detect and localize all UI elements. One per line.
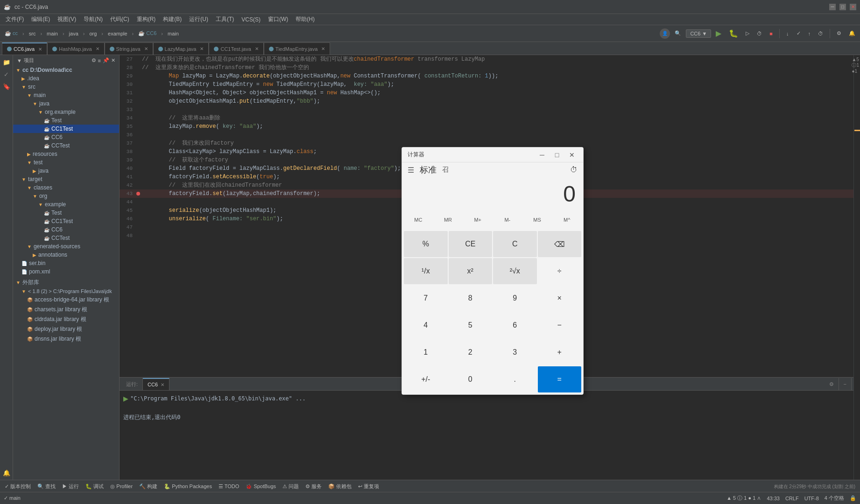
calc-5-btn[interactable]: 5 [449,312,493,338]
calc-square-btn[interactable]: x² [449,258,493,284]
tree-cctest[interactable]: ☕ CCTest [13,141,119,150]
tab-hashmap[interactable]: HashMap.java ✕ [47,42,104,55]
calc-maximize-btn[interactable]: □ [551,149,563,161]
bottom-panel-settings[interactable]: ⚙ [825,378,839,390]
tree-target[interactable]: ▼ target [13,175,119,183]
sidebar-close[interactable]: ✕ [111,57,115,63]
calc-history-icon[interactable]: ⏱ [570,166,578,174]
tree-cctest2[interactable]: ☕ CCTest [13,234,119,242]
tree-classes[interactable]: ▼ classes [13,183,119,192]
project-view-btn[interactable]: 📁 [1,57,12,67]
bt-version-control[interactable]: ✓ 版本控制 [2,482,34,491]
bottom-tab-cc6[interactable]: CC6 ✕ [143,378,169,390]
toolbar-search-icon[interactable]: 🔍 [672,29,684,37]
close-tab-tiedmapentry[interactable]: ✕ [321,46,325,51]
debug-btn[interactable]: 🐛 [726,28,741,39]
calc-percent-btn[interactable]: % [404,231,448,257]
bt-debug[interactable]: 🐛 调试 [83,482,106,491]
bt-find[interactable]: 🔍 查找 [35,482,58,491]
calc-mode2-label[interactable]: 召 [442,166,449,174]
menu-refactor[interactable]: 重构(R) [133,14,160,24]
status-indent[interactable]: 4 个空格 [825,495,844,502]
bt-services[interactable]: ⚙ 服务 [303,482,324,491]
calc-ms-btn[interactable]: MS [523,212,552,227]
tab-cc1test[interactable]: CC1Test.java ✕ [209,42,263,55]
calc-backspace-btn[interactable]: ⌫ [538,231,582,257]
tree-idea[interactable]: ▶ .idea [13,74,119,83]
status-crlf[interactable]: CRLF [785,496,799,501]
calc-mhat-btn[interactable]: M^ [552,212,581,227]
calc-3-btn[interactable]: 3 [493,339,537,365]
calc-c-btn[interactable]: C [493,231,537,257]
tree-gen-sources[interactable]: ▼ generated-sources [13,242,119,251]
bt-dependencies[interactable]: 📦 依赖包 [325,482,354,491]
status-encoding[interactable]: UTF-8 [804,496,819,501]
tree-java[interactable]: ▼ java [13,99,119,108]
vcs-push-btn[interactable]: ↑ [805,30,814,37]
menu-window[interactable]: 窗口(W) [264,14,292,24]
sidebar-settings[interactable]: ⚙ [92,57,96,63]
calc-minimize-btn[interactable]: ─ [536,149,548,161]
tab-lazymap[interactable]: LazyMap.java ✕ [153,42,209,55]
tree-dnsns[interactable]: 📦 dnsns.jar library 根 [13,334,119,344]
toolbar-file[interactable]: ☕ CC6 [135,29,159,37]
calc-6-btn[interactable]: 6 [493,312,537,338]
profile-btn[interactable]: ⏱ [754,30,765,37]
calc-negate-btn[interactable]: +/- [404,366,448,392]
tree-test1[interactable]: ☕ Test [13,116,119,125]
tree-test-java[interactable]: ▶ java [13,167,119,175]
menu-code[interactable]: 代码(C) [106,14,133,24]
stop-btn[interactable]: ■ [767,30,775,37]
vcs-history-btn[interactable]: ⏱ [815,30,826,37]
run-config-selector[interactable]: CC6 ▼ [686,29,711,38]
close-tab-string[interactable]: ✕ [144,46,148,51]
toolbar-org[interactable]: org [86,30,99,37]
bt-duplicates[interactable]: ↩ 重复项 [355,482,382,491]
coverage-btn[interactable]: ▷ [743,29,752,37]
sidebar-options[interactable]: ≡ [98,58,101,63]
maximize-btn[interactable]: □ [839,4,846,10]
notifications-side-btn[interactable]: 🔔 [1,468,12,478]
calc-subtract-btn[interactable]: − [538,312,582,338]
minimize-btn[interactable]: ─ [829,4,836,10]
tab-string[interactable]: String.java ✕ [105,42,153,55]
bt-run[interactable]: ▶ 运行 [59,482,82,491]
tree-example2[interactable]: ▼ example [13,200,119,209]
calc-close-btn[interactable]: ✕ [566,149,578,161]
bt-problems[interactable]: ⚠ 问题 [280,482,302,491]
calc-multiply-btn[interactable]: × [538,285,582,311]
tree-cc62[interactable]: ☕ CC6 [13,225,119,234]
calc-mplus-btn[interactable]: M+ [463,212,492,227]
vcs-update-btn[interactable]: ↓ [783,30,792,37]
close-tab-lazymap[interactable]: ✕ [200,46,204,51]
tab-tiedmapentry[interactable]: TiedMapEntry.java ✕ [264,42,330,55]
calc-1-btn[interactable]: 1 [404,339,448,365]
calc-decimal-btn[interactable]: . [493,366,537,392]
close-bottom-tab[interactable]: ✕ [161,382,164,387]
calc-add-btn[interactable]: + [538,339,582,365]
tree-charsets[interactable]: 📦 charsets.jar library 根 [13,305,119,315]
tree-org-example[interactable]: ▼ org.example [13,108,119,116]
bt-spotbugs[interactable]: 🐞 SpotBugs [243,483,279,490]
tree-resources[interactable]: ▶ resources [13,150,119,158]
calc-equals-btn[interactable]: = [538,366,582,392]
bookmarks-btn[interactable]: 🔖 [1,81,12,91]
menu-file[interactable]: 文件(F) [2,14,28,24]
vcs-commit-btn[interactable]: ✓ [794,29,804,37]
calc-mr-btn[interactable]: MR [434,212,463,227]
menu-view[interactable]: 视图(V) [54,14,80,24]
toolbar-java[interactable]: java [66,30,81,37]
close-btn[interactable]: ✕ [850,4,856,10]
bt-profiler[interactable]: ◎ Profiler [107,483,135,490]
toolbar-src[interactable]: src [26,30,39,37]
tree-org2[interactable]: ▼ org [13,192,119,200]
calc-0-btn[interactable]: 0 [449,366,493,392]
status-git[interactable]: ✓ main [4,495,21,501]
tree-ser-bin[interactable]: 📄 ser.bin [13,259,119,267]
calc-8-btn[interactable]: 8 [449,285,493,311]
tree-test2[interactable]: ☕ Test [13,209,119,217]
tree-external-libs[interactable]: ▼ 外部库 [13,278,119,287]
menu-build[interactable]: 构建(B) [159,14,185,24]
tree-annotations[interactable]: ▶ annotations [13,251,119,259]
notifications-btn[interactable]: 🔔 [846,29,858,37]
